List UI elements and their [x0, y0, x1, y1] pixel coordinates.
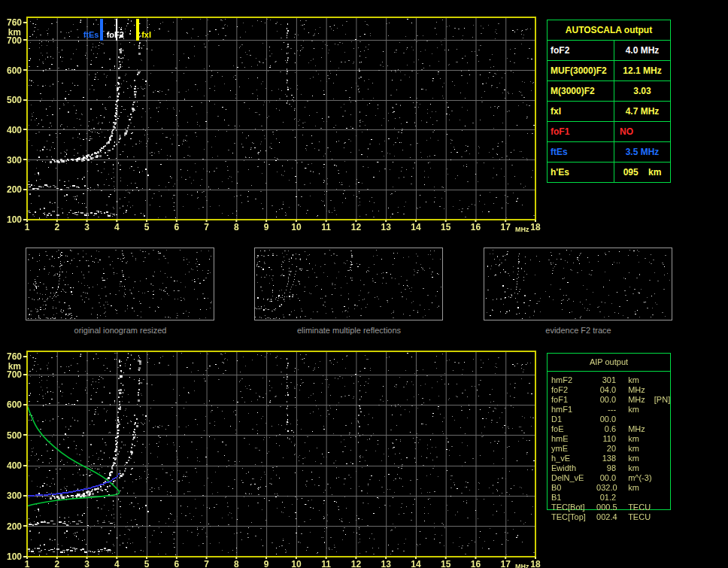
- table-row: D1 00.0: [551, 415, 670, 424]
- parameter-value: 12.1 MHz: [614, 61, 670, 80]
- table-row: hmE 110 km: [551, 434, 670, 444]
- parameter-value: 0.6: [596, 424, 616, 434]
- table-row: Ewidth 98 km: [551, 463, 670, 473]
- parameter-unit: m^(-3): [628, 473, 651, 483]
- thumbnail-caption-eliminate: eliminate multiple reflections: [254, 326, 444, 335]
- parameter-name: B0: [551, 483, 594, 493]
- aip-table-rows: hmF2 301 km foF2 04.0 MHz foF1 00.0 MHz: [548, 372, 670, 522]
- table-row: ftEs 3.5 MHz: [548, 141, 670, 162]
- parameter-value: 095 km: [614, 163, 670, 182]
- table-row: h'Es 095 km: [548, 162, 670, 182]
- parameter-value: 4.7 MHz: [614, 102, 670, 121]
- parameter-unit: TECU: [628, 512, 651, 522]
- parameter-name: foE: [551, 424, 594, 434]
- parameter-value: 98: [596, 463, 616, 473]
- table-row: foF1 00.0 MHz [PN]: [551, 395, 670, 405]
- parameter-name: M(3000)F2: [548, 81, 614, 101]
- parameter-unit: km: [628, 463, 639, 473]
- parameter-name: Ewidth: [551, 463, 594, 473]
- parameter-name: MUF(3000)F2: [548, 61, 614, 80]
- parameter-unit: MHz: [628, 424, 645, 434]
- parameter-name: TEC[Bot]: [551, 503, 594, 512]
- thumbnail-caption-original: original ionogram resized: [26, 326, 215, 335]
- parameter-name: foF1: [551, 395, 594, 405]
- thumbnail-caption-evidence: evidence F2 trace: [484, 326, 673, 335]
- table-row: TEC[Top] 002.4 TECU: [551, 512, 670, 522]
- parameter-value: 3.03: [614, 81, 670, 101]
- parameter-unit: km: [628, 444, 639, 454]
- parameter-name: D1: [551, 415, 594, 424]
- parameter-name: foF2: [551, 385, 594, 395]
- parameter-note: [PN]: [654, 395, 670, 405]
- parameter-unit: MHz: [628, 395, 645, 405]
- table-row: hmF2 301 km: [551, 375, 670, 385]
- parameter-value: 110: [596, 434, 616, 444]
- parameter-name: fxI: [548, 102, 614, 121]
- table-row: foF2 04.0 MHz: [551, 385, 670, 395]
- table-row: B0 032.0 km: [551, 483, 670, 493]
- aip-output-table: AIP output hmF2 301 km foF2 04.0 MHz: [547, 353, 671, 510]
- top-ionogram-chart: [0, 0, 549, 238]
- table-row: DelN_vE 00.0 m^(-3): [551, 473, 670, 483]
- parameter-name: hmF2: [551, 375, 594, 385]
- autoscala-table-title: AUTOSCALA output: [548, 20, 670, 40]
- parameter-name: ymE: [551, 444, 594, 454]
- parameter-name: hmE: [551, 434, 594, 444]
- thumbnail-evidence-f2-trace: [484, 248, 673, 321]
- parameter-value: 138: [596, 454, 616, 463]
- parameter-name: foF2: [548, 41, 614, 60]
- parameter-value: 00.0: [596, 415, 616, 424]
- parameter-name: h_vE: [551, 454, 594, 463]
- parameter-value: 00.0: [596, 473, 616, 483]
- parameter-unit: MHz: [628, 385, 645, 395]
- table-row: ymE 20 km: [551, 444, 670, 454]
- table-row: hmF1 --- km: [551, 405, 670, 415]
- parameter-value: 301: [596, 375, 616, 385]
- parameter-unit: km: [628, 454, 639, 463]
- parameter-unit: km: [628, 434, 639, 444]
- parameter-unit: km: [628, 375, 639, 385]
- table-row: foF2 4.0 MHz: [548, 40, 670, 60]
- parameter-value: 4.0 MHz: [614, 41, 670, 60]
- table-row: MUF(3000)F2 12.1 MHz: [548, 60, 670, 80]
- aip-table-title: AIP output: [548, 354, 670, 372]
- parameter-unit: km: [628, 483, 639, 493]
- parameter-value: 000.5: [596, 503, 616, 512]
- table-row: B1 01.2: [551, 493, 670, 503]
- parameter-name: h'Es: [548, 163, 614, 182]
- table-row: M(3000)F2 3.03: [548, 80, 670, 101]
- parameter-name: hmF1: [551, 405, 594, 415]
- autoscala-window: Rome (lat: +41.8, lon: 012.5) - DATE: 20…: [0, 0, 728, 568]
- autoscala-output-table: AUTOSCALA output foF2 4.0 MHz MUF(3000)F…: [547, 20, 671, 183]
- parameter-name: B1: [551, 493, 594, 503]
- table-row: foE 0.6 MHz: [551, 424, 670, 434]
- table-row: foF1 NO: [548, 121, 670, 141]
- parameter-value: NO: [614, 122, 670, 141]
- bottom-ionogram-profile-chart: [0, 340, 549, 568]
- thumbnail-original-ionogram: [26, 248, 215, 321]
- parameter-value: 04.0: [596, 385, 616, 395]
- parameter-value: 01.2: [596, 493, 616, 503]
- table-row: TEC[Bot] 000.5 TECU: [551, 503, 670, 512]
- parameter-name: TEC[Top]: [551, 512, 594, 522]
- parameter-value: 00.0: [596, 395, 616, 405]
- parameter-name: DelN_vE: [551, 473, 594, 483]
- parameter-unit: TECU: [628, 503, 651, 512]
- table-row: h_vE 138 km: [551, 454, 670, 463]
- autoscala-table-rows: foF2 4.0 MHz MUF(3000)F2 12.1 MHz M(3000…: [548, 40, 670, 182]
- parameter-value: 20: [596, 444, 616, 454]
- parameter-value: 032.0: [596, 483, 616, 493]
- parameter-value: 3.5 MHz: [614, 142, 670, 162]
- parameter-name: foF1: [548, 122, 614, 141]
- table-row: fxI 4.7 MHz: [548, 101, 670, 121]
- parameter-unit: km: [628, 405, 639, 415]
- parameter-name: ftEs: [548, 142, 614, 162]
- parameter-value: ---: [596, 405, 616, 415]
- thumbnail-eliminate-reflections: [254, 248, 444, 321]
- parameter-value: 002.4: [596, 512, 616, 522]
